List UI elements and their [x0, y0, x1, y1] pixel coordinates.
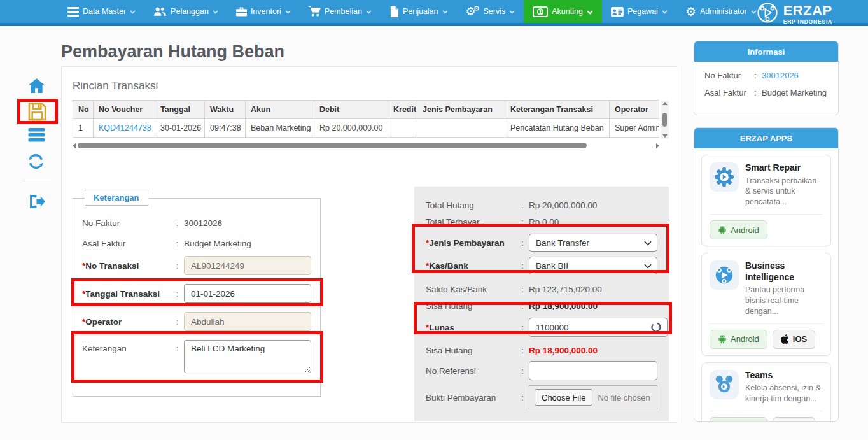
nav-item-inventori[interactable]: Inventori	[227, 0, 300, 23]
colon: :	[521, 301, 529, 311]
divider	[710, 214, 823, 215]
field-label: Total Hutang	[426, 201, 521, 210]
document-icon	[389, 6, 399, 17]
home-button[interactable]	[29, 78, 45, 96]
saldo-kas-bank-row: Saldo Kas/Bank : Rp 123,715,020.00	[426, 281, 657, 297]
total-hutang-value: Rp 20,000,000.00	[529, 201, 597, 210]
svg-text:1: 1	[538, 9, 542, 15]
keterangan-field[interactable]: Beli LCD Marketing	[184, 340, 311, 373]
nav-item-label: Servis	[484, 7, 506, 16]
sisa-hutang-value: Rp 18,900,000.00	[529, 301, 598, 311]
horizontal-scroll-thumb[interactable]	[78, 143, 587, 148]
id-card-icon	[611, 7, 624, 17]
colon: :	[176, 239, 184, 248]
info-no-faktur-link[interactable]: 30012026	[762, 71, 799, 80]
colon: :	[754, 88, 762, 97]
nav-item-pembelian[interactable]: Pembelian	[300, 0, 381, 23]
nav-item-pegawai[interactable]: Pegawai	[602, 0, 676, 23]
jenis-pembayaran-select[interactable]: Bank Transfer	[529, 234, 657, 252]
choose-file-button[interactable]: Choose File	[535, 389, 592, 406]
tanggal-transaksi-field[interactable]	[184, 284, 311, 303]
android-badge[interactable]: Android	[710, 330, 767, 349]
field-label: Asal Faktur	[704, 88, 754, 97]
loading-spinner-icon	[650, 322, 662, 335]
kas-bank-select[interactable]: Bank BII	[529, 257, 657, 274]
colon: :	[521, 238, 529, 248]
android-badge[interactable]: Android	[710, 417, 767, 422]
bukti-pembayaran-row: Bukti Pembayaran : Choose File No file c…	[426, 385, 657, 409]
sisa-hutang-row: Sisa Hutang : Rp 18,900,000.00	[426, 297, 657, 314]
briefcase-icon	[236, 6, 247, 17]
field-label: Sisa Hutang	[426, 301, 521, 311]
colon: :	[176, 261, 184, 271]
chevron-down-icon	[130, 9, 136, 14]
nav-item-akunting[interactable]: 1 Akunting	[524, 0, 602, 23]
cell-debit: Rp 20,000,000.00	[314, 119, 388, 138]
android-badge[interactable]: Android	[710, 220, 767, 239]
gears-icon: ⚙⚙	[466, 6, 480, 17]
cart-icon	[309, 6, 321, 17]
cell-operator: Super Admin	[610, 119, 660, 138]
nav-item-data-master[interactable]: Data Master	[59, 0, 144, 23]
cell-tanggal: 30-01-2026	[155, 119, 205, 138]
exit-button[interactable]	[28, 194, 45, 212]
fieldset-legend: Keterangan	[85, 190, 148, 206]
informasi-panel: Informasi No Faktur : 30012026 Asal Fakt…	[694, 41, 839, 115]
colon: :	[176, 344, 184, 353]
lunas-row: *Lunas :	[426, 318, 657, 337]
scroll-left-arrow[interactable]	[73, 143, 76, 148]
badge-label: iOS	[793, 334, 807, 344]
field-label: No Faktur	[82, 218, 176, 228]
nav-item-label: Administrator	[700, 7, 747, 16]
table-horizontal-scrollbar[interactable]	[73, 141, 659, 150]
list-view-button[interactable]	[28, 128, 45, 145]
no-transaksi-row: *No Transaksi :	[82, 256, 311, 275]
cell-no: 1	[73, 119, 94, 138]
no-referensi-field[interactable]	[529, 361, 657, 380]
nav-item-servis[interactable]: ⚙⚙ Servis	[457, 0, 524, 23]
save-button[interactable]	[27, 102, 48, 124]
colon: :	[754, 71, 762, 80]
cell-kredit	[388, 119, 417, 138]
badge-label: Android	[731, 225, 759, 235]
colon: :	[521, 201, 529, 210]
colon: :	[176, 317, 184, 327]
colon: :	[521, 217, 529, 227]
info-no-faktur-row: No Faktur : 30012026	[704, 71, 828, 80]
operator-field	[184, 312, 311, 331]
ios-badge[interactable]: iOS	[773, 417, 815, 422]
ios-badge[interactable]: iOS	[773, 330, 815, 349]
nav-item-pelanggan[interactable]: Pelanggan	[144, 0, 227, 23]
nav-item-label: Data Master	[83, 7, 126, 16]
chevron-down-icon	[644, 264, 652, 269]
colon: :	[521, 285, 529, 294]
asal-faktur-row: Asal Faktur : Budget Marketing	[82, 236, 311, 251]
cell-waktu: 09:47:38	[205, 119, 246, 138]
screen: Data Master Pelanggan Inventori Pembelia…	[0, 0, 868, 440]
teams-icon	[710, 370, 739, 399]
selected-option: Bank BII	[536, 261, 568, 271]
kas-bank-row: *Kas/Bank : Bank BII	[426, 257, 657, 274]
chevron-down-icon	[442, 9, 448, 14]
total-hutang-row: Total Hutang : Rp 20,000,000.00	[426, 197, 657, 213]
page-title: Pembayaran Hutang Beban	[61, 42, 284, 62]
chevron-down-icon	[751, 9, 757, 14]
nav-item-administrator[interactable]: ⚙ Administrator	[676, 0, 766, 23]
total-terbayar-value: Rp 0.00	[529, 217, 559, 227]
vertical-scroll-thumb[interactable]	[662, 113, 667, 127]
voucher-link[interactable]: KQD41244738	[94, 119, 155, 138]
brand-logo[interactable]: ERZAP ERP INDONESIA	[757, 2, 832, 26]
nav-item-label: Akunting	[552, 7, 583, 16]
field-label: Saldo Kas/Bank	[426, 285, 521, 294]
no-faktur-link[interactable]: 30012026	[184, 218, 222, 228]
nav-item-penjualan[interactable]: Penjualan	[381, 0, 457, 23]
scroll-down-arrow[interactable]	[662, 134, 668, 138]
chevron-down-icon	[213, 9, 218, 14]
scroll-right-arrow[interactable]	[656, 143, 659, 148]
lunas-field[interactable]	[529, 318, 668, 337]
scroll-up-arrow[interactable]	[662, 102, 668, 105]
business-intelligence-icon	[710, 260, 739, 290]
table-vertical-scrollbar[interactable]	[661, 101, 669, 139]
refresh-button[interactable]	[27, 153, 45, 173]
brand-tagline: ERP INDONESIA	[783, 19, 832, 25]
